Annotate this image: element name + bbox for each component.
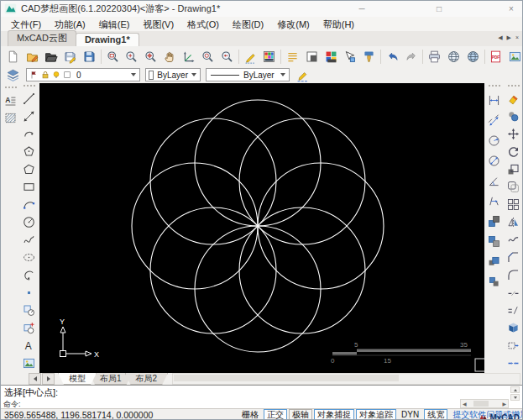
menu-item-1[interactable]: 功能(A)	[48, 18, 92, 31]
dim-update-button[interactable]	[485, 251, 503, 271]
tab-scroll-left-icon[interactable]: ◀	[498, 34, 502, 41]
toolbar-grip[interactable]	[489, 85, 500, 89]
undo-button[interactable]	[383, 47, 402, 66]
dim-edit-button[interactable]	[485, 231, 503, 251]
tab-scroll-right-icon[interactable]: ▶	[507, 34, 511, 41]
toggle-极轴[interactable]: 极轴	[289, 409, 312, 420]
line-button[interactable]	[20, 90, 38, 108]
canvas-horizontal-scrollbar[interactable]	[172, 373, 520, 385]
image-insert-button[interactable]	[20, 354, 38, 372]
toggle-线宽[interactable]: 线宽	[424, 409, 447, 420]
layout-tab-0[interactable]: 模型	[58, 373, 97, 385]
scale-button[interactable]	[505, 160, 522, 178]
format-brush-button[interactable]	[359, 47, 379, 66]
document-tab-0[interactable]: MxCAD云图	[8, 30, 76, 46]
color-combo[interactable]: ByLayer	[145, 68, 201, 81]
hatch-button[interactable]	[2, 109, 19, 127]
layer-combo[interactable]: 0	[26, 68, 140, 81]
scroll-up-button[interactable]	[510, 386, 520, 393]
pan-button[interactable]	[160, 47, 180, 66]
text-style-button[interactable]: A	[2, 92, 19, 109]
arc-button[interactable]	[20, 125, 38, 143]
circle-button[interactable]	[20, 213, 38, 231]
close-button[interactable]: ×	[502, 2, 520, 15]
save-as-button[interactable]	[80, 47, 99, 66]
scroll-down-button[interactable]	[510, 394, 520, 401]
image-export-button[interactable]	[505, 47, 523, 66]
dim-diameter-button[interactable]	[485, 150, 503, 171]
ucs-axes-button[interactable]	[180, 47, 199, 66]
arrow-right-icon[interactable]: ▶	[500, 401, 508, 407]
dim-linear-button[interactable]	[485, 90, 503, 110]
dim-continue-button[interactable]	[485, 191, 503, 211]
chevron-down-icon[interactable]	[191, 73, 196, 76]
dim-style-button[interactable]	[485, 211, 503, 231]
text-button[interactable]: A	[20, 337, 38, 354]
toggle-栅格[interactable]: 栅格	[238, 409, 262, 420]
layout-scroll-left-button[interactable]	[29, 373, 41, 385]
drawing-canvas[interactable]: YX535015	[39, 83, 484, 373]
dim-angular-button[interactable]	[485, 171, 503, 191]
offset-button[interactable]	[505, 178, 522, 196]
toolbar-grip[interactable]	[5, 87, 17, 91]
select-cursor-button[interactable]	[340, 47, 359, 66]
layout-scroll-right-button[interactable]	[42, 373, 55, 385]
menu-item-2[interactable]: 编辑(E)	[92, 18, 137, 31]
chevron-down-icon[interactable]	[280, 73, 285, 76]
rotate-button[interactable]	[505, 143, 522, 160]
dim-radius-button[interactable]	[485, 130, 503, 150]
edit-spline-button[interactable]	[505, 231, 522, 249]
chevron-down-icon[interactable]	[131, 73, 136, 76]
zoom-previous-button[interactable]	[217, 47, 237, 66]
break-point-button[interactable]	[505, 302, 522, 319]
polygon-button[interactable]	[20, 143, 38, 160]
linetype-edit-button[interactable]	[292, 66, 313, 85]
text-lines-button[interactable]	[283, 47, 302, 66]
arc-start-end-button[interactable]	[20, 196, 38, 213]
chamfer-button[interactable]	[505, 249, 522, 266]
color-palette-button[interactable]	[260, 47, 280, 66]
draw-pencil-button[interactable]	[241, 47, 260, 66]
block-create-button[interactable]	[20, 319, 38, 337]
polyline-button[interactable]	[20, 160, 38, 178]
dim-aligned-button[interactable]	[485, 110, 503, 130]
linetype-combo[interactable]: ByLayer	[206, 68, 290, 81]
command-horizontal-scrollbar[interactable]: ◀ ▶	[460, 399, 509, 408]
toggle-对象追踪[interactable]: 对象追踪	[356, 409, 396, 420]
move-button[interactable]	[505, 125, 522, 143]
command-prompt[interactable]: 选择[中心点]:	[4, 386, 58, 399]
menu-item-6[interactable]: 修改(M)	[270, 18, 316, 31]
zoom-extents-button[interactable]	[141, 47, 160, 66]
toggle-对象捕捉[interactable]: 对象捕捉	[314, 409, 354, 420]
spline-button[interactable]	[20, 231, 38, 249]
layer-palette-button[interactable]	[322, 47, 341, 66]
menu-item-3[interactable]: 视图(V)	[136, 18, 180, 31]
trim-button[interactable]	[505, 354, 522, 372]
print-button[interactable]	[425, 47, 444, 66]
erase-button[interactable]	[505, 90, 522, 108]
toolbar-grip[interactable]	[508, 85, 520, 89]
toggle-DYN[interactable]: DYN	[398, 409, 422, 420]
maximize-button[interactable]: □	[430, 2, 448, 15]
minimize-button[interactable]: ─	[353, 2, 371, 15]
zoom-in-button[interactable]	[122, 47, 141, 66]
new-file-button[interactable]	[3, 47, 23, 66]
array-button[interactable]	[505, 196, 522, 213]
stretch-button[interactable]	[505, 337, 522, 354]
command-window[interactable]: 选择[中心点]: 命令: ◀ ▶	[1, 385, 522, 408]
document-tab-1[interactable]: Drawing1*	[76, 33, 139, 46]
point-button[interactable]	[20, 284, 38, 302]
break-button[interactable]	[505, 284, 522, 302]
scrollbar-thumb[interactable]	[473, 401, 489, 407]
command-history-scrollbar[interactable]	[510, 386, 520, 401]
redo-button[interactable]	[402, 47, 421, 66]
toolbar-grip[interactable]	[24, 85, 35, 89]
toggle-正交[interactable]: 正交	[264, 409, 287, 420]
mirror-button[interactable]	[505, 213, 522, 231]
web-preview-button[interactable]	[463, 47, 483, 66]
fillet-button[interactable]	[505, 266, 522, 284]
layout-tab-2[interactable]: 布局2	[125, 373, 169, 385]
open-folder-button[interactable]	[42, 47, 61, 66]
layer-box-button[interactable]	[302, 47, 322, 66]
arrow-left-icon[interactable]: ◀	[461, 401, 468, 407]
